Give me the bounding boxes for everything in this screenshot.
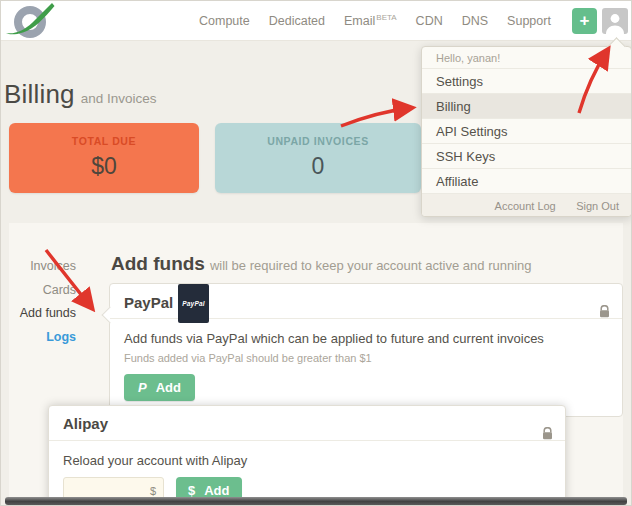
paypal-card-header: PayPalPayPal [110,284,622,319]
unpaid-invoices-label: UNPAID INVOICES [215,135,421,147]
alipay-card-header: Alipay [49,406,565,441]
deploy-plus-button[interactable]: + [572,8,597,34]
total-due-value: $0 [9,153,199,180]
nav-item-cdn[interactable]: CDN [416,14,443,28]
unpaid-invoices-card: UNPAID INVOICES 0 [215,123,421,193]
paypal-card: PayPalPayPal Add funds via PayPal which … [109,283,623,417]
nav-item-email[interactable]: EmailBETA [344,13,397,28]
dropdown-item-api-settings[interactable]: API Settings [422,119,631,144]
paypal-add-button[interactable]: P Add [124,374,195,401]
total-due-label: TOTAL DUE [9,135,199,147]
alipay-title: Alipay [63,415,108,432]
total-due-card: TOTAL DUE $0 [9,123,199,193]
sidebar-item-add-funds[interactable]: Add funds [1,306,76,330]
beta-badge: BETA [376,13,396,22]
account-avatar[interactable] [602,8,628,34]
nav-item-support[interactable]: Support [507,14,551,28]
lock-icon [542,417,553,452]
lock-icon [599,295,610,330]
unpaid-invoices-value: 0 [215,153,421,180]
alipay-add-label: Add [204,483,229,498]
nav-item-dedicated[interactable]: Dedicated [269,14,325,28]
sign-out-link[interactable]: Sign Out [576,200,619,212]
screenshot-shadow [5,497,627,505]
dollar-icon: $ [188,483,195,498]
dropdown-item-billing[interactable]: Billing [422,94,631,119]
paypal-note: Funds added via PayPal should be greater… [124,352,608,364]
section-heading-note: will be required to keep your account ac… [210,258,532,273]
paypal-description: Add funds via PayPal which can be applie… [124,331,608,346]
page-title: Billingand Invoices [4,79,157,110]
alipay-card: Alipay Reload your account with Alipay $… [48,405,566,506]
paypal-badge: PayPal [178,284,209,323]
account-dropdown: Hello, yanan! Settings Billing API Setti… [421,46,632,217]
person-icon [603,10,627,34]
paypal-add-label: Add [156,380,181,395]
nav-item-email-label: Email [344,15,375,29]
app-window: Compute Dedicated EmailBETA CDN DNS Supp… [0,0,632,506]
page-title-main: Billing [4,79,75,109]
dropdown-item-settings[interactable]: Settings [422,69,631,94]
dropdown-item-affiliate[interactable]: Affiliate [422,169,631,194]
sidebar-item-invoices[interactable]: Invoices [1,259,76,283]
nav-links: Compute Dedicated EmailBETA CDN DNS Supp… [199,1,551,41]
brand-logo-icon[interactable] [5,2,57,44]
dropdown-footer: Account Log Sign Out [422,194,631,216]
dropdown-item-ssh-keys[interactable]: SSH Keys [422,144,631,169]
paypal-title: PayPal [124,294,173,311]
alipay-description: Reload your account with Alipay [63,453,551,468]
nav-item-compute[interactable]: Compute [199,14,250,28]
section-heading: Add fundswill be required to keep your a… [111,253,532,275]
billing-sidebar: Invoices Cards Add funds Logs [1,259,76,353]
section-heading-main: Add funds [111,253,205,274]
dollar-suffix: $ [150,485,156,497]
page-title-sub: and Invoices [81,91,157,106]
account-log-link[interactable]: Account Log [495,200,556,212]
sidebar-item-logs[interactable]: Logs [1,330,76,354]
top-navbar: Compute Dedicated EmailBETA CDN DNS Supp… [1,1,631,41]
sidebar-item-cards[interactable]: Cards [1,283,76,307]
paypal-p-icon: P [138,380,147,395]
nav-item-dns[interactable]: DNS [462,14,488,28]
dropdown-greeting: Hello, yanan! [422,47,631,69]
paypal-card-body: Add funds via PayPal which can be applie… [110,319,622,413]
